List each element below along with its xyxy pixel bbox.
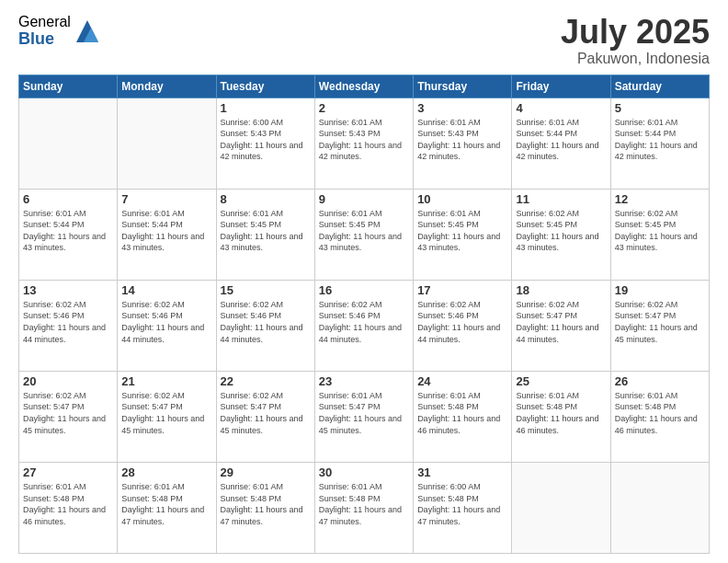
day-number: 8 bbox=[221, 192, 311, 206]
day-number: 25 bbox=[516, 374, 606, 388]
calendar-cell: 1Sunrise: 6:00 AM Sunset: 5:43 PM Daylig… bbox=[216, 98, 314, 189]
calendar-cell: 14Sunrise: 6:02 AM Sunset: 5:46 PM Dayli… bbox=[118, 280, 216, 371]
day-info: Sunrise: 6:02 AM Sunset: 5:47 PM Dayligh… bbox=[516, 299, 606, 345]
day-info: Sunrise: 6:02 AM Sunset: 5:45 PM Dayligh… bbox=[615, 208, 705, 254]
calendar-cell: 17Sunrise: 6:02 AM Sunset: 5:46 PM Dayli… bbox=[414, 280, 512, 371]
day-number: 5 bbox=[615, 101, 705, 115]
calendar-week-1: 1Sunrise: 6:00 AM Sunset: 5:43 PM Daylig… bbox=[19, 98, 710, 189]
logo-blue: Blue bbox=[18, 30, 71, 49]
day-number: 16 bbox=[319, 283, 409, 297]
calendar-cell: 6Sunrise: 6:01 AM Sunset: 5:44 PM Daylig… bbox=[19, 189, 118, 280]
header-saturday: Saturday bbox=[610, 75, 709, 98]
day-number: 17 bbox=[417, 283, 507, 297]
calendar-week-3: 13Sunrise: 6:02 AM Sunset: 5:46 PM Dayli… bbox=[19, 280, 710, 371]
day-number: 9 bbox=[319, 192, 409, 206]
day-info: Sunrise: 6:02 AM Sunset: 5:47 PM Dayligh… bbox=[23, 390, 113, 436]
day-number: 23 bbox=[319, 374, 409, 388]
title-block: July 2025 Pakuwon, Indonesia bbox=[561, 14, 710, 67]
calendar-cell: 11Sunrise: 6:02 AM Sunset: 5:45 PM Dayli… bbox=[512, 189, 610, 280]
day-info: Sunrise: 6:01 AM Sunset: 5:48 PM Dayligh… bbox=[516, 390, 606, 436]
calendar-cell: 4Sunrise: 6:01 AM Sunset: 5:44 PM Daylig… bbox=[512, 98, 610, 189]
day-number: 24 bbox=[417, 374, 507, 388]
day-number: 3 bbox=[417, 101, 507, 115]
day-number: 30 bbox=[319, 465, 409, 479]
header-sunday: Sunday bbox=[19, 75, 118, 98]
day-info: Sunrise: 6:01 AM Sunset: 5:48 PM Dayligh… bbox=[221, 481, 311, 527]
calendar-cell: 23Sunrise: 6:01 AM Sunset: 5:47 PM Dayli… bbox=[314, 371, 413, 462]
day-number: 4 bbox=[516, 101, 606, 115]
header-thursday: Thursday bbox=[414, 75, 512, 98]
calendar-cell: 8Sunrise: 6:01 AM Sunset: 5:45 PM Daylig… bbox=[216, 189, 314, 280]
day-info: Sunrise: 6:01 AM Sunset: 5:44 PM Dayligh… bbox=[121, 208, 211, 254]
day-number: 31 bbox=[417, 465, 507, 479]
day-info: Sunrise: 6:00 AM Sunset: 5:48 PM Dayligh… bbox=[417, 481, 507, 527]
calendar-cell: 2Sunrise: 6:01 AM Sunset: 5:43 PM Daylig… bbox=[314, 98, 413, 189]
day-number: 7 bbox=[121, 192, 211, 206]
day-info: Sunrise: 6:01 AM Sunset: 5:44 PM Dayligh… bbox=[615, 117, 705, 163]
logo: General Blue bbox=[18, 14, 100, 48]
calendar-cell: 28Sunrise: 6:01 AM Sunset: 5:48 PM Dayli… bbox=[118, 462, 216, 553]
day-number: 27 bbox=[23, 465, 113, 479]
day-info: Sunrise: 6:01 AM Sunset: 5:48 PM Dayligh… bbox=[121, 481, 211, 527]
day-info: Sunrise: 6:02 AM Sunset: 5:46 PM Dayligh… bbox=[417, 299, 507, 345]
day-number: 13 bbox=[23, 283, 113, 297]
calendar-cell: 10Sunrise: 6:01 AM Sunset: 5:45 PM Dayli… bbox=[414, 189, 512, 280]
day-number: 14 bbox=[121, 283, 211, 297]
calendar-cell: 20Sunrise: 6:02 AM Sunset: 5:47 PM Dayli… bbox=[19, 371, 118, 462]
day-info: Sunrise: 6:01 AM Sunset: 5:48 PM Dayligh… bbox=[23, 481, 113, 527]
calendar-cell bbox=[512, 462, 610, 553]
calendar-week-4: 20Sunrise: 6:02 AM Sunset: 5:47 PM Dayli… bbox=[19, 371, 710, 462]
day-number: 12 bbox=[615, 192, 705, 206]
day-info: Sunrise: 6:01 AM Sunset: 5:43 PM Dayligh… bbox=[319, 117, 409, 163]
calendar-cell: 3Sunrise: 6:01 AM Sunset: 5:43 PM Daylig… bbox=[414, 98, 512, 189]
day-info: Sunrise: 6:02 AM Sunset: 5:46 PM Dayligh… bbox=[23, 299, 113, 345]
calendar-week-5: 27Sunrise: 6:01 AM Sunset: 5:48 PM Dayli… bbox=[19, 462, 710, 553]
day-info: Sunrise: 6:02 AM Sunset: 5:47 PM Dayligh… bbox=[221, 390, 311, 436]
day-info: Sunrise: 6:02 AM Sunset: 5:46 PM Dayligh… bbox=[319, 299, 409, 345]
calendar-cell: 18Sunrise: 6:02 AM Sunset: 5:47 PM Dayli… bbox=[512, 280, 610, 371]
logo-general: General bbox=[18, 14, 71, 30]
day-info: Sunrise: 6:01 AM Sunset: 5:47 PM Dayligh… bbox=[319, 390, 409, 436]
day-number: 15 bbox=[221, 283, 311, 297]
page: General Blue July 2025 Pakuwon, Indonesi… bbox=[0, 0, 728, 563]
day-info: Sunrise: 6:01 AM Sunset: 5:45 PM Dayligh… bbox=[221, 208, 311, 254]
day-number: 6 bbox=[23, 192, 113, 206]
calendar-cell: 27Sunrise: 6:01 AM Sunset: 5:48 PM Dayli… bbox=[19, 462, 118, 553]
day-number: 22 bbox=[221, 374, 311, 388]
day-number: 2 bbox=[319, 101, 409, 115]
day-number: 21 bbox=[121, 374, 211, 388]
calendar: Sunday Monday Tuesday Wednesday Thursday… bbox=[18, 75, 710, 554]
logo-icon bbox=[74, 18, 100, 44]
day-number: 11 bbox=[516, 192, 606, 206]
day-info: Sunrise: 6:02 AM Sunset: 5:47 PM Dayligh… bbox=[615, 299, 705, 345]
month-title: July 2025 bbox=[561, 14, 710, 51]
day-info: Sunrise: 6:01 AM Sunset: 5:45 PM Dayligh… bbox=[319, 208, 409, 254]
header-friday: Friday bbox=[512, 75, 610, 98]
calendar-cell bbox=[118, 98, 216, 189]
calendar-cell: 30Sunrise: 6:01 AM Sunset: 5:48 PM Dayli… bbox=[314, 462, 413, 553]
day-number: 26 bbox=[615, 374, 705, 388]
day-number: 20 bbox=[23, 374, 113, 388]
day-number: 28 bbox=[121, 465, 211, 479]
logo-text: General Blue bbox=[18, 14, 71, 48]
weekday-header-row: Sunday Monday Tuesday Wednesday Thursday… bbox=[19, 75, 710, 98]
calendar-cell: 19Sunrise: 6:02 AM Sunset: 5:47 PM Dayli… bbox=[610, 280, 709, 371]
day-info: Sunrise: 6:01 AM Sunset: 5:43 PM Dayligh… bbox=[417, 117, 507, 163]
calendar-cell: 5Sunrise: 6:01 AM Sunset: 5:44 PM Daylig… bbox=[610, 98, 709, 189]
calendar-cell: 12Sunrise: 6:02 AM Sunset: 5:45 PM Dayli… bbox=[610, 189, 709, 280]
calendar-cell: 9Sunrise: 6:01 AM Sunset: 5:45 PM Daylig… bbox=[314, 189, 413, 280]
calendar-cell: 21Sunrise: 6:02 AM Sunset: 5:47 PM Dayli… bbox=[118, 371, 216, 462]
calendar-week-2: 6Sunrise: 6:01 AM Sunset: 5:44 PM Daylig… bbox=[19, 189, 710, 280]
day-info: Sunrise: 6:01 AM Sunset: 5:44 PM Dayligh… bbox=[23, 208, 113, 254]
subtitle: Pakuwon, Indonesia bbox=[561, 51, 710, 67]
calendar-cell: 24Sunrise: 6:01 AM Sunset: 5:48 PM Dayli… bbox=[414, 371, 512, 462]
calendar-cell: 29Sunrise: 6:01 AM Sunset: 5:48 PM Dayli… bbox=[216, 462, 314, 553]
day-info: Sunrise: 6:01 AM Sunset: 5:48 PM Dayligh… bbox=[417, 390, 507, 436]
day-info: Sunrise: 6:02 AM Sunset: 5:46 PM Dayligh… bbox=[221, 299, 311, 345]
day-number: 18 bbox=[516, 283, 606, 297]
day-number: 19 bbox=[615, 283, 705, 297]
day-info: Sunrise: 6:02 AM Sunset: 5:46 PM Dayligh… bbox=[121, 299, 211, 345]
calendar-cell: 31Sunrise: 6:00 AM Sunset: 5:48 PM Dayli… bbox=[414, 462, 512, 553]
calendar-cell: 26Sunrise: 6:01 AM Sunset: 5:48 PM Dayli… bbox=[610, 371, 709, 462]
header: General Blue July 2025 Pakuwon, Indonesi… bbox=[18, 14, 710, 67]
